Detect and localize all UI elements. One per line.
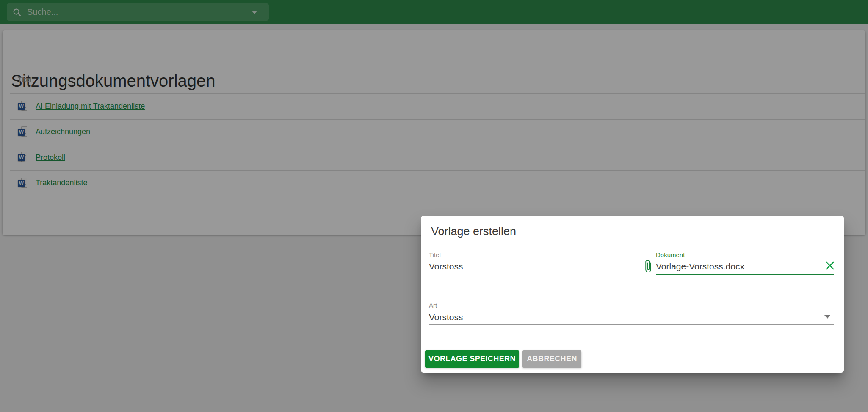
titel-input[interactable] <box>429 261 625 272</box>
dokument-field-label: Dokument <box>656 251 834 258</box>
art-dropdown-caret-icon[interactable] <box>824 315 830 319</box>
art-selected-value: Vorstoss <box>429 312 834 322</box>
application-window: Sitzungsdokumentvorlagen Titel W AI Einl… <box>0 0 868 412</box>
titel-field-label: Titel <box>429 251 625 258</box>
dokument-input[interactable] <box>656 261 834 272</box>
art-select-field[interactable]: Art Vorstoss <box>429 302 834 325</box>
cancel-button[interactable]: ABBRECHEN <box>522 350 581 368</box>
art-field-label: Art <box>429 302 834 309</box>
titel-field: Titel <box>429 251 625 275</box>
create-template-dialog: Vorlage erstellen Titel Dokument Art Vor… <box>421 216 844 373</box>
clear-file-icon[interactable] <box>825 261 835 271</box>
dialog-title: Vorlage erstellen <box>431 225 516 238</box>
save-template-button[interactable]: VORLAGE SPEICHERN <box>425 350 519 368</box>
dokument-field: Dokument <box>656 251 834 275</box>
attachment-paperclip-icon[interactable] <box>643 258 654 275</box>
